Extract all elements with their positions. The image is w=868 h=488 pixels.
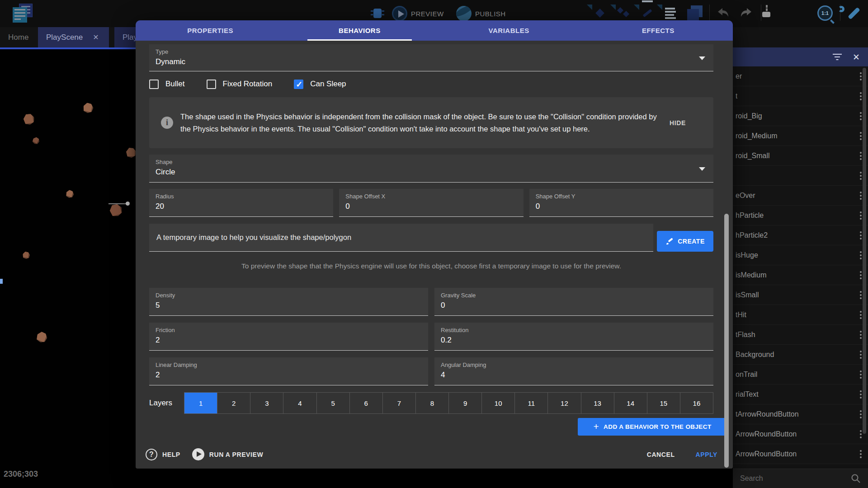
layer-button-9[interactable]: 9 [448, 393, 481, 413]
objects-search[interactable]: Search [733, 469, 868, 488]
item-menu-icon[interactable] [860, 72, 862, 80]
item-menu-icon[interactable] [860, 351, 862, 359]
zoom-one-to-one-icon[interactable]: 1:1 [817, 5, 835, 23]
help-icon[interactable]: ? [146, 449, 157, 460]
field-radius[interactable]: Radius20 [149, 189, 333, 217]
object-list-item[interactable]: ArrowRoundButton [733, 444, 868, 464]
debugger-icon[interactable] [371, 6, 384, 20]
field-friction[interactable]: Friction2 [149, 323, 428, 351]
object-list-item[interactable]: eOver [733, 186, 868, 206]
object-list-item[interactable]: rialText [733, 385, 868, 404]
shape-dropdown[interactable]: Shape Circle [149, 155, 713, 183]
delete-instances-icon[interactable] [766, 6, 784, 24]
item-menu-icon[interactable] [860, 331, 862, 339]
layer-button-15[interactable]: 15 [647, 393, 680, 413]
layer-button-16[interactable]: 16 [680, 393, 713, 413]
properties-pencil-icon[interactable] [639, 5, 657, 23]
object-list-item[interactable]: onTrail [733, 365, 868, 385]
object-list-item[interactable]: hParticle [733, 206, 868, 225]
item-menu-icon[interactable] [860, 271, 862, 279]
object-list-item[interactable]: er [733, 66, 868, 86]
item-menu-icon[interactable] [860, 152, 862, 160]
checkbox-fixed-rotation[interactable]: Fixed Rotation [207, 80, 273, 89]
layer-button-1[interactable]: 1 [184, 393, 217, 413]
field-shape-offset-y[interactable]: Shape Offset Y0 [529, 189, 713, 217]
tab-home[interactable]: Home [0, 27, 38, 47]
dialog-tab-properties[interactable]: PROPERTIES [136, 20, 285, 41]
object-list-item[interactable]: hParticle2 [733, 225, 868, 245]
object-list-item[interactable]: isHuge [733, 245, 868, 265]
undo-icon[interactable] [714, 5, 732, 23]
tab-playscene[interactable]: PlayScene ✕ [38, 27, 109, 47]
item-menu-icon[interactable] [860, 231, 862, 239]
object-list-item[interactable]: ArrowRoundButton [733, 424, 868, 444]
checkbox-bullet[interactable]: Bullet [149, 80, 185, 89]
item-menu-icon[interactable] [860, 112, 862, 120]
item-menu-icon[interactable] [860, 211, 862, 220]
layer-button-2[interactable]: 2 [217, 393, 250, 413]
hide-button[interactable]: HIDE [670, 119, 686, 127]
dialog-scrollbar[interactable] [724, 214, 729, 468]
grid-icon[interactable] [795, 5, 813, 23]
item-menu-icon[interactable] [860, 192, 862, 200]
objects-scrollbar[interactable] [863, 68, 866, 434]
item-menu-icon[interactable] [860, 251, 862, 259]
dialog-tab-effects[interactable]: EFFECTS [584, 20, 733, 41]
add-behavior-button[interactable]: + ADD A BEHAVIOR TO THE OBJECT [578, 418, 727, 436]
field-gravity-scale[interactable]: Gravity Scale0 [434, 288, 713, 316]
object-list-item[interactable] [733, 166, 868, 186]
object-list-item[interactable]: isMedium [733, 265, 868, 285]
object-list-item[interactable]: tFlash [733, 325, 868, 345]
filter-icon[interactable] [833, 54, 842, 60]
temp-image-field[interactable]: A temporary image to help you visualize … [149, 224, 653, 252]
item-menu-icon[interactable] [860, 291, 862, 299]
layer-button-5[interactable]: 5 [316, 393, 349, 413]
object-list-item[interactable]: isSmall [733, 285, 868, 305]
object-list-item[interactable]: t [733, 86, 868, 106]
item-menu-icon[interactable] [860, 311, 862, 319]
layer-button-13[interactable]: 13 [581, 393, 614, 413]
checkbox-can-sleep[interactable]: Can Sleep [294, 80, 346, 89]
instances-list-icon[interactable] [662, 5, 680, 23]
panel-close-icon[interactable]: ✕ [853, 53, 860, 61]
field-restitution[interactable]: Restitution0.2 [434, 323, 713, 351]
field-shape-offset-x[interactable]: Shape Offset X0 [339, 189, 523, 217]
help-button[interactable]: HELP [162, 451, 180, 458]
dialog-tab-behaviors[interactable]: BEHAVIORS [285, 20, 434, 41]
settings-wrench-icon[interactable] [845, 5, 863, 23]
run-preview-button[interactable]: RUN A PREVIEW [209, 451, 264, 458]
layer-button-6[interactable]: 6 [349, 393, 382, 413]
item-menu-icon[interactable] [860, 390, 862, 399]
item-menu-icon[interactable] [860, 410, 862, 418]
object-list-item[interactable]: tArrowRoundButton [733, 404, 868, 424]
object-groups-icon[interactable] [616, 5, 634, 23]
item-menu-icon[interactable] [860, 371, 862, 379]
layer-button-3[interactable]: 3 [250, 393, 283, 413]
field-density[interactable]: Density5 [149, 288, 428, 316]
layer-button-7[interactable]: 7 [382, 393, 415, 413]
object-list-item[interactable]: tHit [733, 305, 868, 325]
layer-button-8[interactable]: 8 [415, 393, 448, 413]
create-button[interactable]: CREATE [657, 231, 713, 252]
apply-button[interactable]: APPLY [696, 451, 717, 458]
layer-button-14[interactable]: 14 [614, 393, 647, 413]
object-list-item[interactable]: roid_Big [733, 106, 868, 126]
item-menu-icon[interactable] [860, 132, 862, 140]
item-menu-icon[interactable] [860, 172, 862, 180]
field-linear-damping[interactable]: Linear Damping2 [149, 357, 428, 385]
objects-list-icon[interactable] [592, 5, 610, 23]
layer-button-10[interactable]: 10 [481, 393, 514, 413]
object-list-item[interactable]: roid_Medium [733, 126, 868, 146]
item-menu-icon[interactable] [860, 450, 862, 458]
layers-panel-icon[interactable] [686, 5, 704, 23]
layer-button-11[interactable]: 11 [514, 393, 547, 413]
layer-button-4[interactable]: 4 [283, 393, 316, 413]
type-dropdown[interactable]: Type Dynamic [149, 44, 713, 71]
object-list-item[interactable]: Background [733, 345, 868, 365]
layer-button-12[interactable]: 12 [547, 393, 580, 413]
run-preview-icon[interactable] [192, 448, 204, 460]
tab-close-icon[interactable]: ✕ [93, 33, 99, 42]
field-angular-damping[interactable]: Angular Damping4 [434, 357, 713, 385]
project-manager-icon[interactable] [13, 4, 33, 23]
cancel-button[interactable]: CANCEL [647, 451, 675, 458]
